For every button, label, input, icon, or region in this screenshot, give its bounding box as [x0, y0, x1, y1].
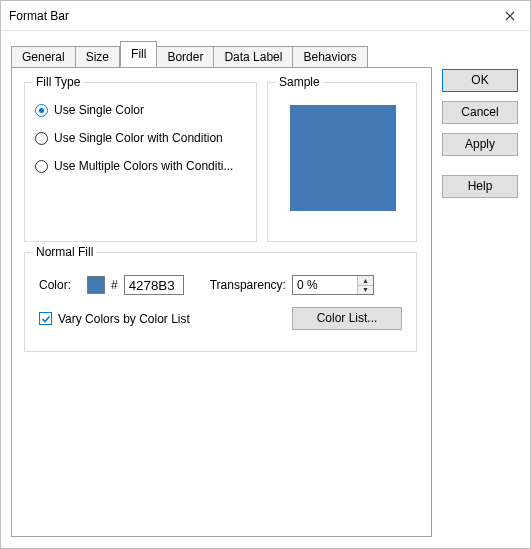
titlebar: Format Bar	[1, 1, 530, 31]
chevron-down-icon[interactable]: ▼	[358, 286, 373, 295]
hash-label: #	[111, 278, 118, 292]
help-button[interactable]: Help	[442, 175, 518, 198]
color-list-button[interactable]: Color List...	[292, 307, 402, 330]
window-title: Format Bar	[9, 1, 69, 31]
tab-size[interactable]: Size	[76, 46, 120, 68]
radio-use-multiple-colors-condition[interactable]: Use Multiple Colors with Conditi...	[35, 159, 246, 173]
group-label: Fill Type	[33, 75, 83, 89]
dialog-button-column: OK Cancel Apply Help	[442, 43, 520, 538]
group-sample: Sample	[267, 82, 417, 242]
tab-behaviors[interactable]: Behaviors	[293, 46, 367, 68]
group-fill-type: Fill Type Use Single Color Use Single Co…	[24, 82, 257, 242]
cancel-button[interactable]: Cancel	[442, 101, 518, 124]
apply-button[interactable]: Apply	[442, 133, 518, 156]
checkbox-icon	[39, 312, 52, 325]
ok-button[interactable]: OK	[442, 69, 518, 92]
color-hex-input[interactable]	[124, 275, 184, 295]
tab-data-label[interactable]: Data Label	[214, 46, 293, 68]
radio-use-single-color[interactable]: Use Single Color	[35, 103, 246, 117]
close-icon[interactable]	[490, 1, 530, 30]
chevron-up-icon[interactable]: ▲	[358, 276, 373, 286]
tab-general[interactable]: General	[11, 46, 76, 68]
dialog-window: Format Bar General Size Fill Border Data…	[0, 0, 531, 549]
tab-strip: General Size Fill Border Data Label Beha…	[11, 43, 432, 67]
radio-label: Use Single Color	[54, 103, 144, 117]
tab-fill[interactable]: Fill	[120, 41, 157, 67]
radio-label: Use Single Color with Condition	[54, 131, 223, 145]
transparency-input[interactable]	[293, 276, 357, 294]
sample-color-swatch	[290, 105, 396, 211]
color-swatch-button[interactable]	[87, 276, 105, 294]
group-label: Sample	[276, 75, 323, 89]
transparency-stepper[interactable]: ▲ ▼	[292, 275, 374, 295]
radio-icon	[35, 160, 48, 173]
radio-icon	[35, 104, 48, 117]
dialog-content: General Size Fill Border Data Label Beha…	[1, 31, 530, 548]
radio-label: Use Multiple Colors with Conditi...	[54, 159, 233, 173]
tab-border[interactable]: Border	[157, 46, 214, 68]
group-normal-fill: Normal Fill Color: # Transparency:	[24, 252, 417, 352]
transparency-label: Transparency:	[210, 278, 286, 292]
radio-use-single-color-condition[interactable]: Use Single Color with Condition	[35, 131, 246, 145]
radio-icon	[35, 132, 48, 145]
vary-colors-checkbox[interactable]: Vary Colors by Color List	[39, 312, 190, 326]
color-label: Color:	[39, 278, 81, 292]
checkbox-label: Vary Colors by Color List	[58, 312, 190, 326]
tab-panel-fill: Fill Type Use Single Color Use Single Co…	[11, 67, 432, 537]
group-label: Normal Fill	[33, 245, 96, 259]
